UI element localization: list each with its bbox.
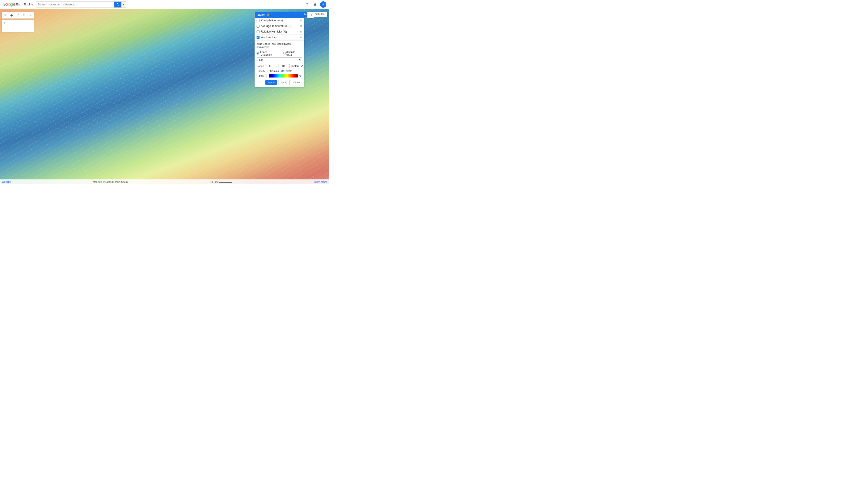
layer-name-avg-temp: Average Temperature (°C)	[261, 24, 299, 28]
layer-settings-rel-humidity[interactable]: ⚙	[300, 30, 302, 33]
range-min-input[interactable]	[265, 64, 275, 68]
palette-edit-button[interactable]: ✎	[299, 74, 302, 78]
range-max-input[interactable]	[278, 64, 288, 68]
header: Google Earth Engine ▾ ? A	[0, 0, 329, 9]
opacity-label: Opacity	[257, 70, 266, 72]
line-tool-button[interactable]: ╱	[15, 12, 21, 18]
product-name: Earth Engine	[16, 3, 33, 6]
search-bar[interactable]: ▾	[36, 1, 126, 8]
logo-area: Google Earth Engine	[3, 2, 33, 7]
import-button[interactable]: Import	[265, 80, 277, 85]
layer-checkbox-precipitation[interactable]	[257, 19, 259, 22]
scale-line	[219, 181, 232, 182]
header-right: ? A	[304, 1, 327, 8]
marker-tool-button[interactable]: ◆	[9, 12, 14, 18]
layers-panel-header: Layers 🔒	[255, 12, 304, 18]
layer-name-rel-humidity: Relative Humidity (%)	[261, 30, 299, 33]
layer-name-precipitation: Precipitation (mm)	[261, 19, 299, 22]
range-row: Range – Custom	[257, 64, 302, 68]
zoom-out-button[interactable]: −	[2, 26, 8, 32]
notifications-button[interactable]	[312, 1, 318, 8]
shape-tool-button[interactable]: □	[21, 12, 27, 18]
layer-checkbox-avg-temp[interactable]	[257, 25, 259, 28]
gamma-radio[interactable]	[267, 70, 269, 72]
layer-item-avg-temp: Average Temperature (°C) ⚙	[255, 23, 304, 29]
lock-icon: 🔒	[267, 13, 270, 16]
layer-settings-wind-vectors[interactable]: ⚙	[300, 36, 302, 39]
close-button[interactable]: Close	[291, 80, 302, 85]
layer-item-wind-vectors: Wind vectors ⚙	[255, 34, 304, 40]
gamma-label: Gamma	[270, 70, 279, 72]
svg-rect-5	[0, 58, 181, 131]
range-separator: –	[276, 65, 277, 67]
opacity-value-row: ✎	[257, 74, 302, 78]
search-button[interactable]	[114, 1, 121, 8]
map-controls: ☞ ◆ ╱ □ ✕ + −	[2, 12, 34, 32]
reducer-select[interactable]: sum	[257, 57, 302, 62]
layer-settings-avg-temp[interactable]: ⚙	[300, 25, 302, 28]
palette-option[interactable]: Palette	[281, 70, 292, 72]
opacity-input[interactable]	[257, 74, 267, 78]
palette-label: Palette	[285, 70, 292, 72]
band-options-row: 1 band (Grayscale) 3 bands (RGB)	[257, 51, 302, 56]
gamma-option[interactable]: Gamma	[267, 70, 279, 72]
terms-of-use[interactable]: Terms of Use	[314, 181, 327, 183]
rgb-radio[interactable]	[283, 52, 286, 54]
range-custom-select[interactable]: Custom	[289, 64, 304, 68]
palette-bar	[269, 74, 298, 77]
viz-panel: Wind Speed (m/s) visualization parameter…	[255, 40, 304, 87]
viz-panel-title: Wind Speed (m/s) visualization parameter…	[257, 42, 302, 49]
layer-item-rel-humidity: Relative Humidity (%) ⚙	[255, 29, 304, 34]
apply-button[interactable]: Apply	[278, 80, 290, 85]
search-input[interactable]	[36, 2, 114, 8]
help-button[interactable]: ?	[304, 1, 310, 8]
google-logo-small: Google	[2, 180, 11, 184]
grayscale-radio[interactable]	[257, 52, 259, 54]
layer-checkbox-wind-vectors[interactable]	[257, 36, 259, 39]
drawing-toolbar: ☞ ◆ ╱ □ ✕	[2, 12, 34, 19]
rgb-option[interactable]: 3 bands (RGB)	[283, 51, 302, 56]
grayscale-label: 1 band (Grayscale)	[260, 51, 280, 56]
scale-label: 100 km	[210, 181, 218, 183]
map-type-satellite-button[interactable]: Satellite	[312, 12, 327, 17]
palette-radio[interactable]	[281, 70, 284, 72]
search-dropdown-button[interactable]: ▾	[121, 1, 126, 8]
map-attribution: Map data ©2020 GBRMPA, Google	[93, 181, 128, 183]
hand-tool-button[interactable]: ☞	[2, 12, 8, 18]
layer-checkbox-rel-humidity[interactable]	[257, 30, 259, 33]
opacity-row: Opacity Gamma Palette	[257, 70, 302, 72]
range-label: Range	[257, 65, 264, 67]
rgb-label: 3 bands (RGB)	[286, 51, 302, 56]
action-buttons-row: Import Apply Close	[257, 80, 302, 85]
layer-settings-precipitation[interactable]: ⚙	[300, 19, 302, 22]
map-type-toggle: Map Satellite	[301, 12, 327, 17]
zoom-controls: + −	[2, 20, 34, 32]
bottom-bar: Google Map data ©2020 GBRMPA, Google 100…	[0, 179, 329, 185]
palette-row: ✎	[269, 74, 302, 78]
delete-tool-button[interactable]: ✕	[28, 12, 33, 18]
layer-item-precipitation: Precipitation (mm) ⚙	[255, 18, 304, 23]
google-logo: Google	[3, 2, 15, 7]
scale-bar: 100 km	[210, 181, 232, 183]
layers-title: Layers	[257, 13, 265, 17]
layer-name-wind-vectors: Wind vectors	[261, 36, 299, 39]
user-avatar[interactable]: A	[320, 1, 327, 8]
fullscreen-button[interactable]	[307, 12, 314, 18]
grayscale-option[interactable]: 1 band (Grayscale)	[257, 51, 280, 56]
zoom-in-button[interactable]: +	[2, 20, 8, 26]
